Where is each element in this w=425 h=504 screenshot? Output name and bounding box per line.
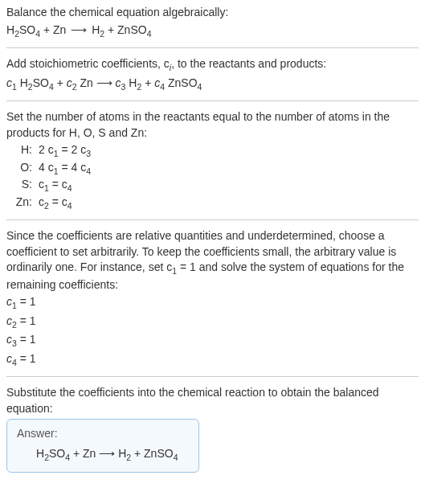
- answer-label: Answer:: [17, 426, 189, 442]
- divider: [6, 47, 419, 48]
- solution-line: c4 = 1: [6, 351, 419, 368]
- element-label: Zn:: [10, 195, 39, 211]
- solution-line: c2 = 1: [6, 313, 419, 330]
- atom-balance-table: H: 2 c1 = 2 c3 O: 4 c1 = 4 c4 S: c1 = c4…: [10, 142, 96, 211]
- solution-line: c1 = 1: [6, 294, 419, 311]
- element-label: S:: [10, 177, 39, 194]
- underdetermined-text: Since the coefficients are relative quan…: [6, 228, 419, 293]
- element-label: O:: [10, 160, 39, 177]
- text: + ZnSO: [104, 23, 147, 36]
- c2: c2: [67, 76, 77, 89]
- unbalanced-equation: H2SO4 + Zn ⟶ H2 + ZnSO4: [6, 23, 419, 39]
- substitute-text: Substitute the coefficients into the che…: [6, 385, 419, 416]
- text: H: [6, 23, 14, 36]
- text: Add stoichiometric coefficients, c: [6, 57, 170, 70]
- answer-box: Answer: H2SO4 + Zn ⟶ H2 + ZnSO4: [6, 419, 199, 473]
- text: H: [92, 23, 100, 36]
- equation-with-coefficients: c1 H2SO4 + c2 Zn ⟶ c3 H2 + c4 ZnSO4: [6, 76, 419, 92]
- title: Balance the chemical equation algebraica…: [6, 5, 419, 21]
- c4: c4: [154, 76, 165, 89]
- c3: c3: [116, 76, 126, 89]
- solution-line: c3 = 1: [6, 332, 419, 349]
- atom-balance-intro: Set the number of atoms in the reactants…: [6, 109, 419, 141]
- stoich-intro: Add stoichiometric coefficients, ci, to …: [6, 56, 419, 73]
- text: , to the reactants and products:: [171, 57, 326, 70]
- table-row: H: 2 c1 = 2 c3: [10, 142, 96, 159]
- c1: c1: [6, 76, 17, 89]
- divider: [6, 100, 419, 101]
- text: + Zn: [40, 23, 66, 36]
- equation: 2 c1 = 2 c3: [39, 142, 96, 159]
- table-row: Zn: c2 = c4: [10, 195, 96, 211]
- equation: 4 c1 = 4 c4: [39, 160, 96, 177]
- divider: [6, 219, 419, 220]
- sub: 4: [147, 28, 152, 38]
- equation: c2 = c4: [39, 195, 96, 211]
- balanced-equation: H2SO4 + Zn ⟶ H2 + ZnSO4: [17, 446, 189, 463]
- arrow-icon: ⟶: [69, 23, 88, 36]
- table-row: O: 4 c1 = 4 c4: [10, 160, 96, 177]
- table-row: S: c1 = c4: [10, 177, 96, 194]
- equation: c1 = c4: [39, 177, 96, 194]
- divider: [6, 376, 419, 377]
- element-label: H:: [10, 142, 39, 159]
- text: SO: [19, 23, 35, 36]
